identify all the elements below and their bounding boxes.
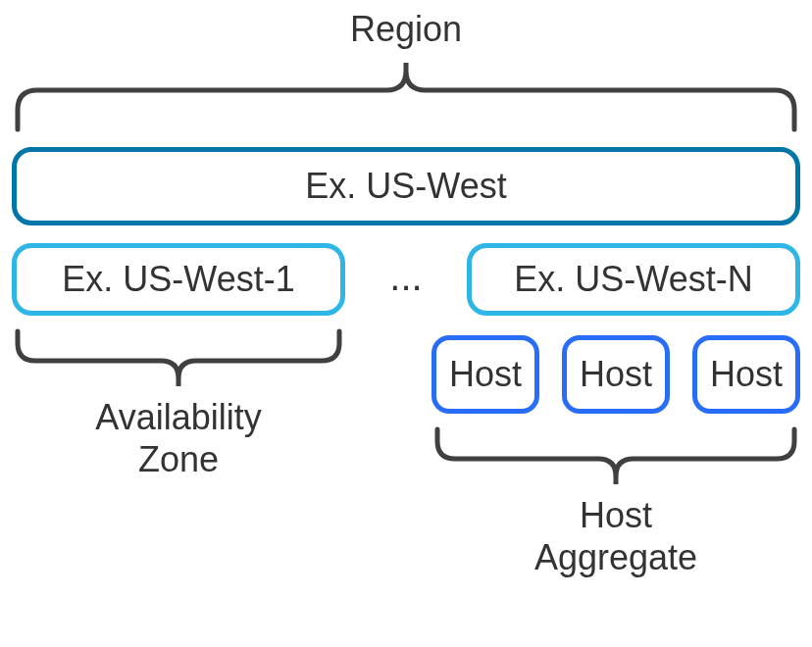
az-box-n-text: Ex. US-West-N: [514, 259, 752, 300]
az-box-1-text: Ex. US-West-1: [62, 259, 294, 300]
host-box-1: Host: [431, 335, 539, 414]
region-box-text: Ex. US-West: [305, 166, 506, 207]
ellipsis: ...: [353, 255, 459, 299]
region-box: Ex. US-West: [12, 147, 800, 225]
host-box-2: Host: [562, 335, 670, 414]
az-box-1: Ex. US-West-1: [12, 243, 345, 316]
host-box-3: Host: [692, 335, 800, 414]
brace-host-aggregate: [431, 423, 800, 492]
label-host-aggregate: Host Aggregate: [431, 494, 800, 578]
host-box-3-text: Host: [710, 354, 783, 395]
label-availability-zone: Availability Zone: [12, 396, 345, 480]
host-box-2-text: Host: [580, 354, 652, 395]
host-box-1-text: Host: [449, 354, 522, 395]
brace-availability-zone: [12, 325, 345, 394]
diagram-canvas: Region Ex. US-West Ex. US-West-1 ... Ex.…: [0, 0, 812, 647]
label-region: Region: [0, 8, 812, 50]
az-box-n: Ex. US-West-N: [467, 243, 800, 316]
brace-region: [12, 57, 800, 135]
